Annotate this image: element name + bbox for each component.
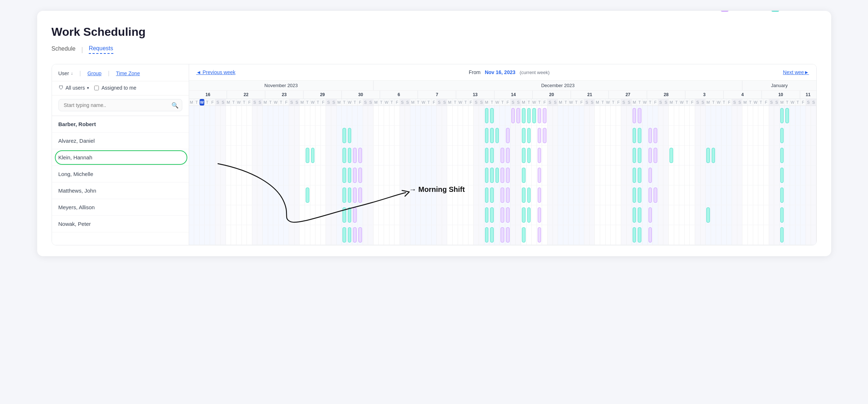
schedule-cell[interactable] bbox=[500, 225, 505, 245]
schedule-cell[interactable] bbox=[252, 106, 258, 125]
schedule-cell[interactable] bbox=[263, 225, 268, 245]
schedule-cell[interactable] bbox=[785, 225, 790, 245]
schedule-cell[interactable] bbox=[337, 146, 342, 165]
schedule-cell[interactable] bbox=[236, 166, 242, 185]
schedule-cell[interactable] bbox=[711, 225, 716, 245]
schedule-cell[interactable] bbox=[321, 185, 326, 205]
schedule-cell[interactable] bbox=[674, 205, 680, 225]
schedule-cell[interactable] bbox=[690, 146, 695, 165]
schedule-cell[interactable] bbox=[226, 225, 231, 245]
schedule-cell[interactable] bbox=[706, 166, 711, 185]
schedule-cell[interactable] bbox=[247, 185, 252, 205]
schedule-cell[interactable] bbox=[463, 225, 468, 245]
schedule-cell[interactable] bbox=[663, 146, 669, 165]
schedule-cell[interactable] bbox=[394, 146, 400, 165]
schedule-cell[interactable] bbox=[468, 126, 474, 145]
schedule-cell[interactable] bbox=[737, 185, 743, 205]
schedule-cell[interactable] bbox=[748, 166, 753, 185]
schedule-cell[interactable] bbox=[532, 106, 537, 125]
schedule-cell[interactable] bbox=[721, 205, 727, 225]
schedule-cell[interactable] bbox=[505, 166, 511, 185]
schedule-cell[interactable] bbox=[774, 185, 780, 205]
schedule-cell[interactable] bbox=[579, 185, 585, 205]
schedule-cell[interactable] bbox=[326, 106, 331, 125]
schedule-cell[interactable] bbox=[226, 106, 231, 125]
schedule-cell[interactable] bbox=[595, 146, 600, 165]
schedule-cell[interactable] bbox=[263, 126, 268, 145]
schedule-cell[interactable] bbox=[563, 166, 569, 185]
schedule-cell[interactable] bbox=[410, 106, 416, 125]
schedule-cell[interactable] bbox=[706, 126, 711, 145]
schedule-cell[interactable] bbox=[811, 126, 816, 145]
schedule-cell[interactable] bbox=[331, 126, 337, 145]
schedule-cell[interactable] bbox=[716, 146, 721, 165]
schedule-cell[interactable] bbox=[479, 126, 484, 145]
schedule-cell[interactable] bbox=[453, 205, 458, 225]
schedule-cell[interactable] bbox=[774, 106, 780, 125]
schedule-cell[interactable] bbox=[742, 106, 748, 125]
schedule-cell[interactable] bbox=[279, 225, 284, 245]
schedule-cell[interactable] bbox=[764, 225, 769, 245]
schedule-cell[interactable] bbox=[279, 205, 284, 225]
schedule-cell[interactable] bbox=[621, 205, 627, 225]
schedule-cell[interactable] bbox=[368, 205, 374, 225]
schedule-cell[interactable] bbox=[563, 146, 569, 165]
schedule-cell[interactable] bbox=[315, 106, 321, 125]
schedule-cell[interactable] bbox=[442, 146, 448, 165]
schedule-cell[interactable] bbox=[568, 106, 574, 125]
schedule-cell[interactable] bbox=[553, 126, 558, 145]
next-week-button[interactable]: Next wee► bbox=[783, 69, 809, 75]
schedule-cell[interactable] bbox=[279, 185, 284, 205]
schedule-cell[interactable] bbox=[405, 185, 410, 205]
schedule-cell[interactable] bbox=[374, 126, 379, 145]
schedule-cell[interactable] bbox=[706, 225, 711, 245]
schedule-cell[interactable] bbox=[732, 225, 737, 245]
schedule-cell[interactable] bbox=[484, 166, 490, 185]
schedule-cell[interactable] bbox=[368, 185, 374, 205]
schedule-cell[interactable] bbox=[337, 225, 342, 245]
schedule-cell[interactable] bbox=[315, 205, 321, 225]
schedule-cell[interactable] bbox=[568, 185, 574, 205]
tab-requests[interactable]: Requests bbox=[89, 45, 113, 54]
schedule-cell[interactable] bbox=[737, 126, 743, 145]
schedule-cell[interactable] bbox=[352, 205, 358, 225]
schedule-cell[interactable] bbox=[484, 146, 490, 165]
prev-week-button[interactable]: ◄ Previous week bbox=[196, 69, 236, 75]
schedule-cell[interactable] bbox=[685, 166, 690, 185]
schedule-cell[interactable] bbox=[653, 166, 658, 185]
schedule-cell[interactable] bbox=[616, 225, 621, 245]
schedule-cell[interactable] bbox=[358, 225, 363, 245]
schedule-cell[interactable] bbox=[194, 205, 200, 225]
schedule-cell[interactable] bbox=[658, 185, 664, 205]
schedule-cell[interactable] bbox=[236, 106, 242, 125]
timezone-button[interactable]: Time Zone bbox=[116, 70, 140, 76]
schedule-cell[interactable] bbox=[416, 185, 421, 205]
schedule-cell[interactable] bbox=[590, 166, 595, 185]
schedule-cell[interactable] bbox=[716, 185, 721, 205]
schedule-cell[interactable] bbox=[447, 106, 453, 125]
schedule-cell[interactable] bbox=[658, 106, 664, 125]
schedule-cell[interactable] bbox=[437, 126, 442, 145]
schedule-cell[interactable] bbox=[389, 146, 395, 165]
schedule-cell[interactable] bbox=[189, 166, 195, 185]
schedule-cell[interactable] bbox=[205, 166, 210, 185]
schedule-cell[interactable] bbox=[637, 185, 642, 205]
schedule-cell[interactable] bbox=[801, 126, 806, 145]
schedule-cell[interactable] bbox=[764, 205, 769, 225]
schedule-cell[interactable] bbox=[790, 126, 795, 145]
schedule-cell[interactable] bbox=[548, 126, 553, 145]
schedule-cell[interactable] bbox=[642, 205, 648, 225]
schedule-cell[interactable] bbox=[189, 146, 195, 165]
schedule-cell[interactable] bbox=[795, 106, 801, 125]
schedule-cell[interactable] bbox=[748, 185, 753, 205]
schedule-cell[interactable] bbox=[242, 146, 247, 165]
schedule-cell[interactable] bbox=[795, 146, 801, 165]
schedule-cell[interactable] bbox=[616, 106, 621, 125]
schedule-cell[interactable] bbox=[727, 106, 732, 125]
schedule-cell[interactable] bbox=[458, 205, 463, 225]
schedule-cell[interactable] bbox=[421, 205, 426, 225]
schedule-cell[interactable] bbox=[701, 106, 706, 125]
schedule-cell[interactable] bbox=[505, 146, 511, 165]
schedule-cell[interactable] bbox=[463, 185, 468, 205]
schedule-cell[interactable] bbox=[621, 126, 627, 145]
